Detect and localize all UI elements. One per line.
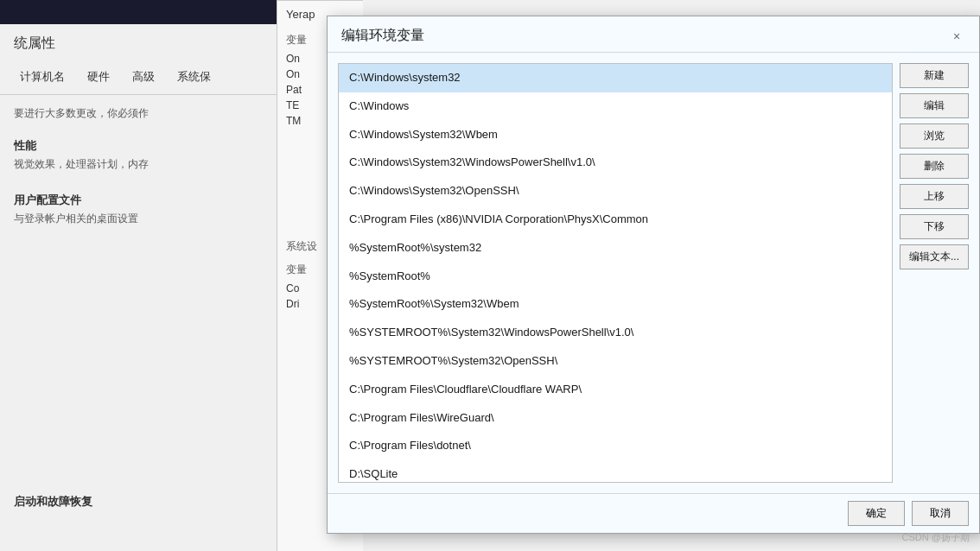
path-item-1[interactable]: C:\Windows	[339, 92, 892, 121]
footer-btn-1[interactable]: 取消	[912, 501, 969, 526]
path-item-8[interactable]: %SystemRoot%\System32\Wbem	[339, 290, 892, 319]
dialog-footer: 确定取消	[328, 493, 979, 533]
profile-title: 用户配置文件	[14, 193, 263, 208]
profile-desc: 与登录帐户相关的桌面设置	[14, 212, 263, 226]
path-item-4[interactable]: C:\Windows\System32\OpenSSH\	[339, 177, 892, 206]
path-item-13[interactable]: C:\Program Files\dotnet\	[339, 432, 892, 460]
tab-advanced[interactable]: 高级	[123, 65, 164, 89]
dialog-body: C:\Windows\system32C:\WindowsC:\Windows\…	[328, 53, 979, 493]
title-bar	[0, 0, 277, 24]
footer-btn-0[interactable]: 确定	[848, 501, 905, 526]
action-btn-6[interactable]: 编辑文本...	[900, 244, 969, 269]
path-item-14[interactable]: D:\SQLite	[339, 460, 892, 483]
startup-section: 启动和故障恢复	[0, 487, 106, 516]
dialog-title-bar: 编辑环境变量 ×	[328, 16, 979, 53]
path-item-3[interactable]: C:\Windows\System32\WindowsPowerShell\v1…	[339, 149, 892, 177]
panel-header: 统属性	[0, 24, 277, 60]
path-item-10[interactable]: %SYSTEMROOT%\System32\OpenSSH\	[339, 347, 892, 376]
action-btn-0[interactable]: 新建	[900, 63, 969, 88]
action-btn-2[interactable]: 浏览	[900, 124, 969, 149]
change-note-text: 要进行大多数更改，你必须作	[14, 105, 263, 121]
path-list[interactable]: C:\Windows\system32C:\WindowsC:\Windows\…	[338, 63, 893, 483]
performance-section: 性能 视觉效果，处理器计划，内存	[0, 131, 277, 179]
startup-title: 启动和故障恢复	[14, 494, 92, 510]
path-item-5[interactable]: C:\Program Files (x86)\NVIDIA Corporatio…	[339, 206, 892, 234]
path-item-0[interactable]: C:\Windows\system32	[339, 64, 892, 92]
tab-hardware[interactable]: 硬件	[78, 65, 119, 89]
change-note-section: 要进行大多数更改，你必须作	[0, 95, 277, 131]
path-item-7[interactable]: %SystemRoot%	[339, 263, 892, 291]
perf-desc: 视觉效果，处理器计划，内存	[14, 157, 263, 172]
action-btn-3[interactable]: 删除	[900, 154, 969, 179]
edit-env-dialog: 编辑环境变量 × C:\Windows\system32C:\WindowsC:…	[327, 16, 980, 534]
profile-section: 用户配置文件 与登录帐户相关的桌面设置	[0, 179, 277, 233]
dialog-action-buttons: 新建编辑浏览删除上移下移编辑文本...	[893, 53, 979, 493]
tab-system-protect[interactable]: 系统保	[168, 65, 220, 89]
watermark: CSDN @扬子期	[902, 531, 970, 544]
path-item-6[interactable]: %SystemRoot%\system32	[339, 234, 892, 263]
tab-computer-name[interactable]: 计算机名	[10, 65, 74, 89]
system-properties-panel: 统属性 计算机名 硬件 高级 系统保 要进行大多数更改，你必须作 性能 视觉效果…	[0, 0, 277, 551]
path-item-11[interactable]: C:\Program Files\Cloudflare\Cloudflare W…	[339, 376, 892, 404]
path-item-2[interactable]: C:\Windows\System32\Wbem	[339, 121, 892, 149]
action-btn-4[interactable]: 上移	[900, 184, 969, 209]
path-item-9[interactable]: %SYSTEMROOT%\System32\WindowsPowerShell\…	[339, 319, 892, 347]
dialog-close-button[interactable]: ×	[948, 28, 965, 45]
tab-bar: 计算机名 硬件 高级 系统保	[0, 60, 277, 95]
perf-title: 性能	[14, 138, 263, 154]
path-item-12[interactable]: C:\Program Files\WireGuard\	[339, 404, 892, 433]
action-btn-5[interactable]: 下移	[900, 214, 969, 239]
action-btn-1[interactable]: 编辑	[900, 93, 969, 118]
dialog-title: 编辑环境变量	[341, 27, 424, 45]
